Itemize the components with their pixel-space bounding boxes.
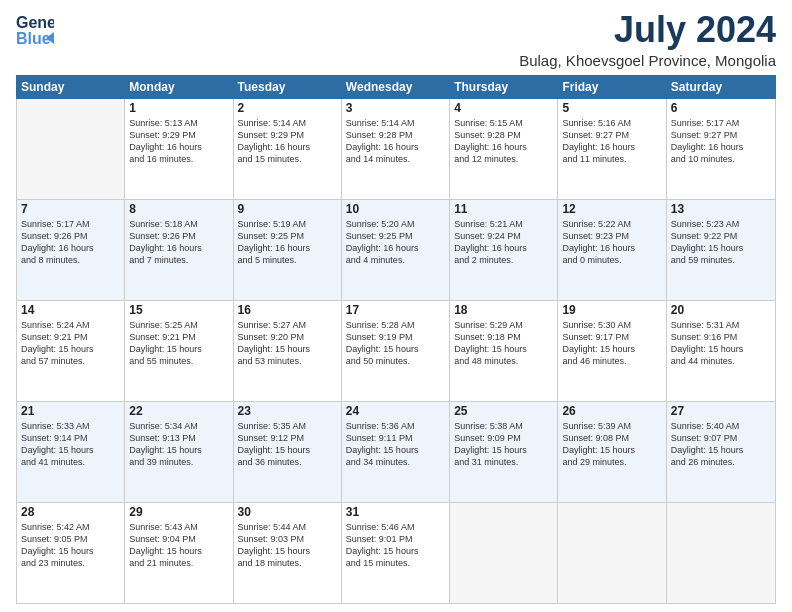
calendar-cell: 30Sunrise: 5:44 AMSunset: 9:03 PMDayligh…	[234, 503, 342, 603]
cell-info: Sunrise: 5:44 AMSunset: 9:03 PMDaylight:…	[238, 521, 337, 570]
sunset-text: Sunset: 9:26 PM	[21, 230, 120, 242]
daylight-text: Daylight: 15 hours	[346, 444, 445, 456]
sunset-text: Sunset: 9:07 PM	[671, 432, 771, 444]
daylight-text: Daylight: 16 hours	[346, 242, 445, 254]
daylight-text-2: and 55 minutes.	[129, 355, 228, 367]
daylight-text: Daylight: 15 hours	[346, 545, 445, 557]
daylight-text-2: and 50 minutes.	[346, 355, 445, 367]
daylight-text-2: and 53 minutes.	[238, 355, 337, 367]
sunrise-text: Sunrise: 5:20 AM	[346, 218, 445, 230]
sunset-text: Sunset: 9:12 PM	[238, 432, 337, 444]
calendar-week-1: 1Sunrise: 5:13 AMSunset: 9:29 PMDaylight…	[17, 99, 775, 200]
day-number: 5	[562, 101, 661, 115]
sunset-text: Sunset: 9:21 PM	[129, 331, 228, 343]
calendar-cell: 18Sunrise: 5:29 AMSunset: 9:18 PMDayligh…	[450, 301, 558, 401]
sunset-text: Sunset: 9:23 PM	[562, 230, 661, 242]
cell-info: Sunrise: 5:36 AMSunset: 9:11 PMDaylight:…	[346, 420, 445, 469]
daylight-text: Daylight: 15 hours	[562, 444, 661, 456]
cell-info: Sunrise: 5:15 AMSunset: 9:28 PMDaylight:…	[454, 117, 553, 166]
day-number: 22	[129, 404, 228, 418]
sunrise-text: Sunrise: 5:19 AM	[238, 218, 337, 230]
calendar-cell: 17Sunrise: 5:28 AMSunset: 9:19 PMDayligh…	[342, 301, 450, 401]
daylight-text-2: and 15 minutes.	[238, 153, 337, 165]
daylight-text-2: and 36 minutes.	[238, 456, 337, 468]
calendar-week-5: 28Sunrise: 5:42 AMSunset: 9:05 PMDayligh…	[17, 503, 775, 603]
daylight-text: Daylight: 15 hours	[671, 343, 771, 355]
sunset-text: Sunset: 9:17 PM	[562, 331, 661, 343]
cell-info: Sunrise: 5:18 AMSunset: 9:26 PMDaylight:…	[129, 218, 228, 267]
daylight-text-2: and 29 minutes.	[562, 456, 661, 468]
sunrise-text: Sunrise: 5:46 AM	[346, 521, 445, 533]
calendar-cell: 12Sunrise: 5:22 AMSunset: 9:23 PMDayligh…	[558, 200, 666, 300]
sunset-text: Sunset: 9:28 PM	[346, 129, 445, 141]
calendar-cell: 8Sunrise: 5:18 AMSunset: 9:26 PMDaylight…	[125, 200, 233, 300]
cell-info: Sunrise: 5:16 AMSunset: 9:27 PMDaylight:…	[562, 117, 661, 166]
cell-info: Sunrise: 5:30 AMSunset: 9:17 PMDaylight:…	[562, 319, 661, 368]
sunset-text: Sunset: 9:28 PM	[454, 129, 553, 141]
daylight-text-2: and 48 minutes.	[454, 355, 553, 367]
cell-info: Sunrise: 5:20 AMSunset: 9:25 PMDaylight:…	[346, 218, 445, 267]
day-number: 7	[21, 202, 120, 216]
sunset-text: Sunset: 9:27 PM	[671, 129, 771, 141]
calendar-cell: 4Sunrise: 5:15 AMSunset: 9:28 PMDaylight…	[450, 99, 558, 199]
daylight-text: Daylight: 16 hours	[129, 242, 228, 254]
daylight-text: Daylight: 16 hours	[238, 242, 337, 254]
calendar-header: Sunday Monday Tuesday Wednesday Thursday…	[16, 75, 776, 99]
sunrise-text: Sunrise: 5:27 AM	[238, 319, 337, 331]
sunrise-text: Sunrise: 5:29 AM	[454, 319, 553, 331]
calendar-cell: 15Sunrise: 5:25 AMSunset: 9:21 PMDayligh…	[125, 301, 233, 401]
day-number: 28	[21, 505, 120, 519]
sunrise-text: Sunrise: 5:15 AM	[454, 117, 553, 129]
daylight-text: Daylight: 15 hours	[21, 545, 120, 557]
daylight-text: Daylight: 15 hours	[238, 545, 337, 557]
calendar-body: 1Sunrise: 5:13 AMSunset: 9:29 PMDaylight…	[16, 99, 776, 604]
daylight-text-2: and 39 minutes.	[129, 456, 228, 468]
cell-info: Sunrise: 5:33 AMSunset: 9:14 PMDaylight:…	[21, 420, 120, 469]
header-sunday: Sunday	[17, 76, 125, 98]
svg-text:Blue: Blue	[16, 30, 51, 47]
daylight-text-2: and 34 minutes.	[346, 456, 445, 468]
sunset-text: Sunset: 9:22 PM	[671, 230, 771, 242]
sunrise-text: Sunrise: 5:16 AM	[562, 117, 661, 129]
sunset-text: Sunset: 9:27 PM	[562, 129, 661, 141]
sunrise-text: Sunrise: 5:21 AM	[454, 218, 553, 230]
sunrise-text: Sunrise: 5:30 AM	[562, 319, 661, 331]
calendar-cell: 23Sunrise: 5:35 AMSunset: 9:12 PMDayligh…	[234, 402, 342, 502]
daylight-text: Daylight: 15 hours	[454, 444, 553, 456]
sunset-text: Sunset: 9:25 PM	[238, 230, 337, 242]
sunrise-text: Sunrise: 5:38 AM	[454, 420, 553, 432]
sunset-text: Sunset: 9:29 PM	[129, 129, 228, 141]
daylight-text: Daylight: 16 hours	[671, 141, 771, 153]
cell-info: Sunrise: 5:24 AMSunset: 9:21 PMDaylight:…	[21, 319, 120, 368]
cell-info: Sunrise: 5:14 AMSunset: 9:29 PMDaylight:…	[238, 117, 337, 166]
day-number: 26	[562, 404, 661, 418]
sunrise-text: Sunrise: 5:43 AM	[129, 521, 228, 533]
cell-info: Sunrise: 5:14 AMSunset: 9:28 PMDaylight:…	[346, 117, 445, 166]
calendar-cell	[667, 503, 775, 603]
sunset-text: Sunset: 9:19 PM	[346, 331, 445, 343]
day-number: 30	[238, 505, 337, 519]
header-thursday: Thursday	[450, 76, 558, 98]
cell-info: Sunrise: 5:35 AMSunset: 9:12 PMDaylight:…	[238, 420, 337, 469]
daylight-text: Daylight: 15 hours	[671, 444, 771, 456]
logo-icon: General Blue	[16, 10, 54, 52]
header-monday: Monday	[125, 76, 233, 98]
sunset-text: Sunset: 9:04 PM	[129, 533, 228, 545]
sunset-text: Sunset: 9:05 PM	[21, 533, 120, 545]
calendar-cell: 28Sunrise: 5:42 AMSunset: 9:05 PMDayligh…	[17, 503, 125, 603]
calendar-cell: 10Sunrise: 5:20 AMSunset: 9:25 PMDayligh…	[342, 200, 450, 300]
calendar: Sunday Monday Tuesday Wednesday Thursday…	[16, 75, 776, 604]
sunrise-text: Sunrise: 5:35 AM	[238, 420, 337, 432]
sunrise-text: Sunrise: 5:40 AM	[671, 420, 771, 432]
sunrise-text: Sunrise: 5:25 AM	[129, 319, 228, 331]
sunrise-text: Sunrise: 5:14 AM	[238, 117, 337, 129]
daylight-text-2: and 0 minutes.	[562, 254, 661, 266]
calendar-cell: 5Sunrise: 5:16 AMSunset: 9:27 PMDaylight…	[558, 99, 666, 199]
calendar-cell: 22Sunrise: 5:34 AMSunset: 9:13 PMDayligh…	[125, 402, 233, 502]
calendar-week-2: 7Sunrise: 5:17 AMSunset: 9:26 PMDaylight…	[17, 200, 775, 301]
sunrise-text: Sunrise: 5:22 AM	[562, 218, 661, 230]
day-number: 15	[129, 303, 228, 317]
sunrise-text: Sunrise: 5:36 AM	[346, 420, 445, 432]
day-number: 8	[129, 202, 228, 216]
daylight-text-2: and 4 minutes.	[346, 254, 445, 266]
